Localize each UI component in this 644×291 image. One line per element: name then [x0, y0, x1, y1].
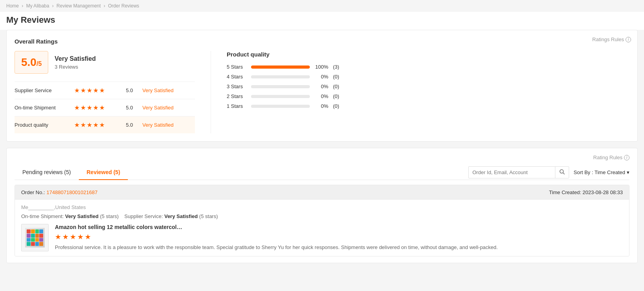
bar-1stars-label: 1 Stars — [227, 103, 246, 109]
reviewer-info: Me_________,United States — [21, 204, 623, 210]
product-thumbnail — [21, 224, 49, 251]
product-quality-title: Product quality — [227, 51, 629, 58]
bar-5stars-fill — [251, 65, 310, 69]
product-quality-row: Product quality ★★★★★ 5.0 Very Satisfied — [15, 116, 195, 133]
supplier-service-text: Very Satisfied — [142, 87, 174, 93]
bottom-section: Rating Rules i Pending reviews (5) Revie… — [6, 148, 638, 263]
supplier-stars: (5 stars) — [199, 213, 218, 219]
supplier-service-row: Supplier Service ★★★★★ 5.0 Very Satisfie… — [15, 82, 195, 99]
shipment-label: On-time Shipment: — [21, 213, 64, 219]
page-title: My Reviews — [0, 12, 644, 30]
score-display: 5.0/5 — [15, 51, 48, 74]
rating-rules-bottom-link[interactable]: Rating Rules i — [593, 155, 629, 160]
bar-5stars: 5 Stars 100% (3) — [227, 64, 629, 70]
bar-5stars-pct: 100% — [315, 64, 328, 70]
product-quality-stars: ★★★★★ — [74, 121, 121, 129]
score-suffix: /5 — [36, 60, 42, 67]
bar-1stars-pct: 0% — [315, 103, 328, 109]
bar-1stars: 1 Stars 0% (0) — [227, 103, 629, 109]
search-input[interactable] — [469, 167, 555, 178]
ratings-rules-link[interactable]: Ratings Rules i — [592, 36, 631, 42]
product-row: Amazon hot selling 12 metallic colors wa… — [21, 224, 623, 251]
bar-5stars-track — [251, 65, 310, 69]
bar-3stars-count: (0) — [333, 84, 345, 89]
bar-3stars-pct: 0% — [315, 84, 328, 89]
ratings-rules-icon: i — [626, 37, 631, 42]
ontime-shipment-stars: ★★★★★ — [74, 104, 121, 111]
bar-5stars-count: (3) — [333, 64, 345, 70]
reviews-count: 3 Reviews — [55, 64, 96, 70]
search-box — [468, 166, 569, 178]
bar-2stars: 2 Stars 0% (0) — [227, 93, 629, 99]
order-time: Time Created: 2023-08-28 08:33 — [549, 189, 623, 195]
supplier-service-score: 5.0 — [126, 87, 138, 93]
tab-pending[interactable]: Pending reviews (5) — [15, 165, 79, 180]
supplier-value: Very Satisfied — [164, 213, 198, 219]
search-button[interactable] — [555, 167, 569, 178]
supplier-service-label: Supplier Service — [15, 87, 69, 93]
product-name: Amazon hot selling 12 metallic colors wa… — [55, 224, 623, 230]
order-no-label: Order No.: — [21, 189, 45, 195]
bar-2stars-pct: 0% — [315, 93, 328, 99]
bar-4stars-track — [251, 75, 310, 78]
overall-ratings-title: Overall Ratings — [15, 38, 629, 45]
bar-3stars: 3 Stars 0% (0) — [227, 84, 629, 89]
verdict-label: Very Satisfied — [55, 55, 96, 62]
svg-line-1 — [563, 173, 564, 175]
order-section: Order No.: 174880718001021687 Time Creat… — [15, 185, 629, 256]
search-icon — [559, 169, 565, 175]
shipment-stars: (5 stars) — [100, 213, 119, 219]
product-quality-score: 5.0 — [126, 122, 138, 128]
supplier-label: Supplier Service: — [124, 213, 163, 219]
product-details: Amazon hot selling 12 metallic colors wa… — [55, 224, 623, 251]
ontime-shipment-label: On-time Shipment — [15, 105, 69, 111]
order-header: Order No.: 174880718001021687 Time Creat… — [15, 185, 629, 200]
bar-4stars-count: (0) — [333, 74, 345, 80]
bar-1stars-count: (0) — [333, 103, 345, 109]
bar-1stars-track — [251, 105, 310, 108]
bar-2stars-label: 2 Stars — [227, 93, 246, 99]
product-review-text: Professional service. It is a pleasure t… — [55, 244, 623, 251]
breadcrumb: Home › My Alibaba › Review Management › … — [0, 0, 644, 12]
product-rating-stars: ★ ★ ★ ★ ★ — [55, 233, 623, 241]
sort-by[interactable]: Sort By : Time Created ▾ — [574, 169, 630, 175]
ontime-shipment-text: Very Satisfied — [142, 105, 174, 111]
bar-3stars-track — [251, 85, 310, 88]
bar-3stars-label: 3 Stars — [227, 84, 246, 89]
bar-5stars-label: 5 Stars — [227, 64, 246, 70]
tabs-row: Pending reviews (5) Reviewed (5) Sort — [15, 165, 629, 180]
shipment-value: Very Satisfied — [65, 213, 98, 219]
ontime-shipment-score: 5.0 — [126, 105, 138, 111]
bar-4stars-pct: 0% — [315, 74, 328, 80]
ratings-card: Ratings Rules i Overall Ratings 5.0/5 Ve… — [6, 30, 638, 142]
bar-4stars: 4 Stars 0% (0) — [227, 74, 629, 80]
shipment-info: On-time Shipment: Very Satisfied (5 star… — [21, 213, 623, 219]
product-quality-label: Product quality — [15, 122, 69, 128]
rating-rules-icon: i — [624, 155, 629, 160]
bar-2stars-track — [251, 95, 310, 98]
order-no-link[interactable]: 174880718001021687 — [47, 189, 98, 195]
chevron-down-icon: ▾ — [627, 169, 629, 175]
bar-2stars-count: (0) — [333, 93, 345, 99]
product-quality-text: Very Satisfied — [142, 122, 174, 128]
supplier-service-stars: ★★★★★ — [74, 87, 121, 94]
ontime-shipment-row: On-time Shipment ★★★★★ 5.0 Very Satisfie… — [15, 99, 195, 116]
bar-4stars-label: 4 Stars — [227, 74, 246, 80]
tab-reviewed[interactable]: Reviewed (5) — [79, 165, 128, 180]
order-body: Me_________,United States On-time Shipme… — [15, 200, 629, 256]
